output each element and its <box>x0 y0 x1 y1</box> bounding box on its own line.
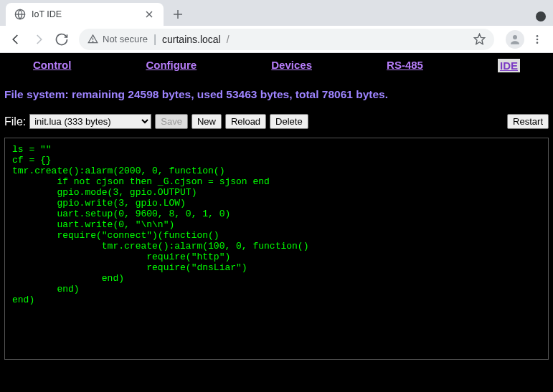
bookmark-icon[interactable] <box>473 33 486 45</box>
url-separator: | <box>153 33 156 46</box>
browser-toolbar: Not secure | curtains.local/ <box>0 26 553 53</box>
file-toolbar: File: init.lua (333 bytes) Save New Relo… <box>4 114 549 138</box>
new-tab-button[interactable] <box>168 4 188 24</box>
warning-icon <box>88 34 98 44</box>
url-path: / <box>227 34 230 45</box>
svg-point-9 <box>513 35 517 39</box>
window-button[interactable] <box>536 11 546 21</box>
code-editor[interactable]: ls = "" cf = {} tmr.create():alarm(2000,… <box>4 138 549 360</box>
svg-point-10 <box>537 35 539 37</box>
profile-button[interactable] <box>506 30 524 49</box>
delete-button[interactable]: Delete <box>270 114 308 129</box>
svg-point-7 <box>93 41 93 42</box>
file-label: File: <box>4 115 26 128</box>
back-button[interactable] <box>6 29 26 49</box>
close-icon[interactable] <box>143 9 155 20</box>
new-button[interactable]: New <box>192 114 222 129</box>
globe-icon <box>14 9 26 20</box>
address-bar[interactable]: Not secure | curtains.local/ <box>79 29 494 50</box>
browser-tab-bar: IoT IDE <box>0 0 553 26</box>
url-host: curtains.local <box>162 34 221 45</box>
tab-title: IoT IDE <box>32 9 138 19</box>
nav-link-configure[interactable]: Configure <box>146 59 197 72</box>
reload-button[interactable] <box>52 29 72 49</box>
page-nav: Control Configure Devices RS-485 IDE <box>4 57 549 85</box>
forward-button[interactable] <box>29 29 49 49</box>
restart-button[interactable]: Restart <box>507 114 549 129</box>
security-chip: Not secure <box>88 34 148 44</box>
nav-link-ide[interactable]: IDE <box>498 59 520 72</box>
security-text: Not secure <box>103 34 148 44</box>
nav-link-control[interactable]: Control <box>33 59 71 72</box>
browser-tab[interactable]: IoT IDE <box>6 3 164 26</box>
window-controls <box>531 11 546 21</box>
nav-link-devices[interactable]: Devices <box>271 59 312 72</box>
save-button[interactable]: Save <box>155 114 188 129</box>
reload-file-button[interactable]: Reload <box>225 114 266 129</box>
filesystem-status: File system: remaining 24598 bytes, used… <box>4 85 549 114</box>
page-content: Control Configure Devices RS-485 IDE Fil… <box>0 53 553 392</box>
file-select[interactable]: init.lua (333 bytes) <box>29 114 151 129</box>
nav-link-rs485[interactable]: RS-485 <box>387 59 423 72</box>
svg-point-11 <box>537 38 539 40</box>
svg-marker-8 <box>474 34 484 44</box>
kebab-menu-icon[interactable] <box>527 29 547 49</box>
svg-point-12 <box>537 42 539 44</box>
